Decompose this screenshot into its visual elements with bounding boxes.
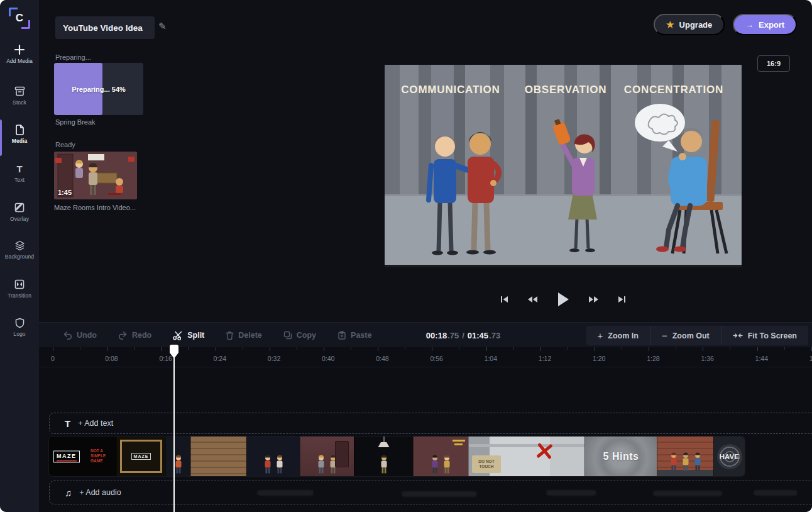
waveform-blob [402, 491, 477, 497]
timeline-clip-wall-sign[interactable]: DO NOT TOUCH [468, 437, 584, 476]
export-button[interactable]: → Export [733, 14, 797, 35]
caption-observation: OBSERVATION [525, 84, 607, 96]
fast-forward-button[interactable] [587, 294, 600, 304]
delete-button[interactable]: Delete [226, 331, 262, 340]
ruler-tick-mark [324, 347, 324, 351]
media-item-ready[interactable]: 1:45 [54, 152, 137, 199]
clip-logo-text: MAZE [131, 453, 151, 460]
sidebar-item-text[interactable]: T Text [0, 163, 39, 183]
clip-figure-art [669, 452, 679, 472]
ruler-tick-label: 1:52 [809, 355, 812, 362]
paste-button[interactable]: Paste [337, 331, 371, 340]
timeline-clip-wood[interactable] [190, 437, 246, 476]
add-text-track[interactable]: T + Add text [49, 413, 812, 434]
clip-title-text: HAVE [714, 437, 745, 476]
ruler-tick-label: 1:28 [647, 355, 659, 362]
ready-section-header: Ready [55, 141, 75, 148]
ruler-tick-mark [757, 347, 758, 351]
copy-label: Copy [297, 331, 316, 340]
skip-to-end-button[interactable] [617, 294, 627, 304]
export-label: Export [759, 20, 784, 30]
aspect-ratio-badge[interactable]: 16:9 [757, 55, 790, 72]
timeline-clip-chalkboard[interactable]: MAZE [116, 437, 165, 476]
ruler-tick-mark [378, 347, 378, 351]
project-title-input[interactable]: YouTube Video Idea [55, 16, 155, 39]
media-item-preparing[interactable]: Preparing... 54% [54, 63, 143, 115]
zoom-in-button[interactable]: + Zoom In [586, 326, 650, 345]
waveform-blob [257, 490, 314, 496]
redo-button[interactable]: Redo [118, 331, 151, 340]
ruler-tick-label: 0:24 [214, 355, 226, 362]
timeline-clip-maze-logo[interactable]: MAZENot a simple game [49, 437, 116, 476]
undo-button[interactable]: Undo [63, 331, 97, 340]
ruler-tick-mark [622, 347, 622, 350]
undo-label: Undo [77, 331, 97, 340]
music-note-icon: ♫ [65, 487, 72, 498]
chalkboard-art: MAZE [120, 440, 162, 473]
sidebar-item-media[interactable]: Media [0, 124, 39, 144]
caption-concentration: CONCENTRATION [624, 84, 723, 96]
skip-to-start-button[interactable] [499, 294, 510, 304]
app-window: C Add Media Stock Media T Text [0, 0, 812, 512]
timeline-clip-hints[interactable]: 5 Hints [584, 437, 657, 476]
timeline-clip-have[interactable]: HAVE [713, 437, 745, 476]
ruler-tick-mark [784, 347, 785, 350]
fit-arrows-icon [733, 332, 743, 339]
play-button[interactable] [556, 291, 571, 308]
ruler-tick-label: 0 [51, 355, 55, 362]
ruler-tick-mark [405, 347, 405, 350]
current-time-frac: .75 [447, 331, 459, 340]
rewind-button[interactable] [526, 294, 539, 304]
timeline-clip-brick-figures[interactable] [657, 437, 713, 476]
sidebar-item-label: Add Media [6, 58, 33, 64]
sidebar-item-transition[interactable]: Transition [0, 279, 39, 299]
text-icon: T [65, 418, 70, 429]
video-preview-stage[interactable]: COMMUNICATION OBSERVATION CONCENTRATION [385, 65, 742, 267]
copy-button[interactable]: Copy [283, 331, 316, 340]
waveform-blob [653, 491, 722, 496]
clip-logo-text: MAZE [53, 450, 80, 462]
timeline-clip-figure-dark[interactable] [165, 437, 190, 476]
total-time: 01:45 [468, 331, 488, 340]
plus-icon: + [598, 330, 603, 341]
timeline-clip-maroon-figures[interactable] [413, 437, 468, 476]
clipchamp-logo[interactable]: C [9, 8, 30, 29]
ruler-tick-mark [568, 347, 568, 350]
sidebar-item-add-media[interactable]: Add Media [0, 44, 39, 64]
text-icon: T [16, 163, 22, 174]
project-title-text: YouTube Video Idea [63, 23, 143, 33]
arrow-right-icon: → [745, 20, 754, 30]
timeline-clip-navy-figures[interactable] [246, 437, 300, 476]
sidebar: C Add Media Stock Media T Text [0, 0, 39, 512]
ruler-tick-mark [351, 347, 351, 350]
red-x-art [535, 441, 553, 462]
ruler-tick-mark [486, 347, 487, 351]
clip-figure-art [316, 455, 326, 475]
add-text-label: + Add text [78, 419, 113, 428]
ruler-tick-mark [540, 347, 541, 351]
video-track-clips: MAZENot a simple gameMAZEDO NOT TOUCH5 H… [49, 437, 745, 476]
timeline-clip-maroon-room[interactable] [300, 437, 354, 476]
ruler-tick-mark [161, 347, 162, 351]
upgrade-button[interactable]: ★ Upgrade [654, 14, 725, 35]
sidebar-item-label: Stock [13, 99, 26, 106]
ruler-tick-mark [432, 347, 432, 351]
lamp-art [383, 437, 385, 442]
split-button[interactable]: Split [173, 331, 204, 340]
fit-to-screen-button[interactable]: Fit To Screen [721, 326, 808, 345]
sidebar-item-background[interactable]: Background [0, 240, 39, 260]
add-audio-track[interactable]: ♫ + Add audio [49, 481, 812, 504]
sidebar-item-overlay[interactable]: Overlay [0, 202, 39, 222]
timeline-ruler[interactable]: 00:080:160:240:320:400:480:561:041:121:2… [39, 347, 812, 367]
zoom-out-button[interactable]: − Zoom Out [650, 326, 721, 345]
clip-figure-art [275, 455, 285, 475]
ruler-tick-label: 1:36 [701, 355, 713, 362]
edit-title-icon[interactable]: ✎ [158, 21, 167, 32]
paste-label: Paste [351, 331, 371, 340]
split-label: Split [187, 331, 204, 340]
ruler-tick-label: 0:40 [322, 355, 334, 362]
timeline-clip-lamp-dark[interactable] [354, 437, 413, 476]
zoom-in-label: Zoom In [608, 331, 639, 340]
sidebar-item-stock[interactable]: Stock [0, 86, 39, 106]
sidebar-item-logo[interactable]: Logo [0, 317, 39, 337]
